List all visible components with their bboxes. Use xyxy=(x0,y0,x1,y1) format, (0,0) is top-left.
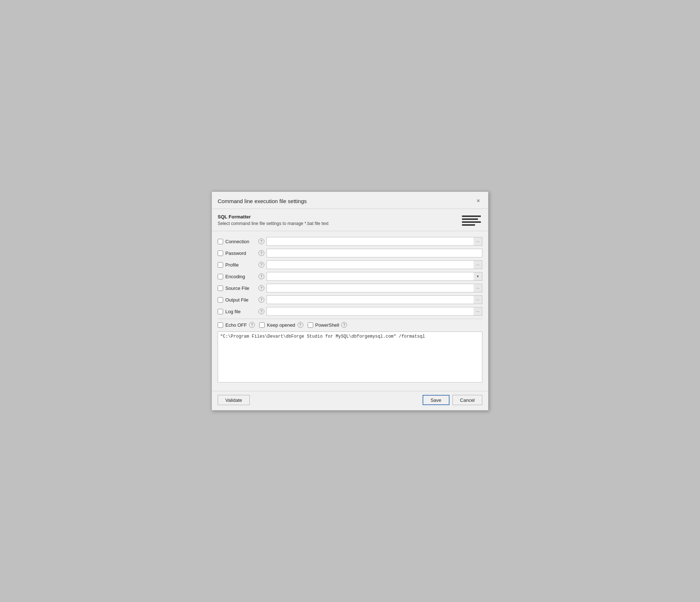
connection-browse-button[interactable]: ··· xyxy=(474,237,482,246)
log-file-input[interactable] xyxy=(267,307,482,316)
output-file-row: Output File ? ··· xyxy=(218,295,482,304)
encoding-row: Encoding ? ▼ xyxy=(218,272,482,281)
hamburger-line-3 xyxy=(462,221,481,223)
log-file-label: Log file xyxy=(225,309,256,314)
log-file-input-wrap: ··· xyxy=(267,307,482,316)
log-file-help-icon[interactable]: ? xyxy=(258,308,264,314)
output-file-label: Output File xyxy=(225,297,256,303)
keep-opened-label: Keep opened xyxy=(267,322,295,328)
output-file-checkbox[interactable] xyxy=(218,297,223,303)
keep-opened-help-icon[interactable]: ? xyxy=(298,322,303,328)
connection-input[interactable] xyxy=(267,237,482,246)
password-input-wrap xyxy=(267,249,482,257)
password-checkbox[interactable] xyxy=(218,250,223,256)
password-input[interactable] xyxy=(267,249,482,257)
output-file-input[interactable] xyxy=(267,295,482,304)
echo-off-help-icon[interactable]: ? xyxy=(249,322,255,328)
hamburger-line-1 xyxy=(462,215,481,217)
output-file-input-wrap: ··· xyxy=(267,295,482,304)
source-file-help-icon[interactable]: ? xyxy=(258,285,264,291)
log-file-checkbox[interactable] xyxy=(218,309,223,314)
dialog-title: Command line execution file settings xyxy=(218,198,307,204)
encoding-label: Encoding xyxy=(225,274,256,279)
password-label: Password xyxy=(225,250,256,256)
encoding-help-icon[interactable]: ? xyxy=(258,273,264,279)
log-file-browse-button[interactable]: ··· xyxy=(474,307,482,316)
validate-button[interactable]: Validate xyxy=(218,395,250,405)
powershell-help-icon[interactable]: ? xyxy=(341,322,347,328)
content-area: Connection ? ··· Password ? Profile ? ··… xyxy=(212,231,488,387)
save-button[interactable]: Save xyxy=(423,395,450,405)
connection-checkbox[interactable] xyxy=(218,239,223,244)
encoding-input[interactable] xyxy=(267,272,482,281)
header-left: SQL Formatter Select command line file s… xyxy=(218,214,328,226)
hamburger-menu-icon[interactable] xyxy=(460,214,482,227)
footer-right-buttons: Save Cancel xyxy=(423,395,482,405)
connection-row: Connection ? ··· xyxy=(218,237,482,246)
header-section: SQL Formatter Select command line file s… xyxy=(212,209,488,231)
powershell-label: PowerShell xyxy=(315,322,339,328)
encoding-checkbox[interactable] xyxy=(218,274,223,279)
powershell-checkbox[interactable] xyxy=(308,322,313,328)
source-file-browse-button[interactable]: ··· xyxy=(474,284,482,292)
divider xyxy=(218,319,482,319)
encoding-input-wrap: ▼ xyxy=(267,272,482,281)
echo-off-checkbox[interactable] xyxy=(218,322,223,328)
profile-input-wrap: ··· xyxy=(267,260,482,269)
encoding-dropdown-button[interactable]: ▼ xyxy=(474,272,482,281)
output-file-help-icon[interactable]: ? xyxy=(258,297,264,303)
profile-checkbox[interactable] xyxy=(218,262,223,268)
hamburger-line-4 xyxy=(462,224,475,226)
close-button[interactable]: × xyxy=(474,197,482,205)
profile-help-icon[interactable]: ? xyxy=(258,262,264,268)
profile-browse-button[interactable]: ··· xyxy=(474,260,482,269)
dialog: Command line execution file settings × S… xyxy=(211,191,489,411)
footer: Validate Save Cancel xyxy=(212,391,488,410)
profile-input[interactable] xyxy=(267,260,482,269)
options-checkbox-row: Echo OFF ? Keep opened ? PowerShell ? xyxy=(218,322,482,328)
hamburger-line-2 xyxy=(462,218,478,220)
keep-opened-checkbox[interactable] xyxy=(259,322,265,328)
connection-help-icon[interactable]: ? xyxy=(258,238,264,244)
cancel-button[interactable]: Cancel xyxy=(452,395,482,405)
echo-off-label: Echo OFF xyxy=(225,322,247,328)
source-file-row: Source File ? ··· xyxy=(218,284,482,292)
password-row: Password ? xyxy=(218,249,482,257)
source-file-input-wrap: ··· xyxy=(267,284,482,292)
source-file-label: Source File xyxy=(225,286,256,291)
password-help-icon[interactable]: ? xyxy=(258,250,264,256)
log-file-row: Log file ? ··· xyxy=(218,307,482,316)
connection-label: Connection xyxy=(225,239,256,244)
connection-input-wrap: ··· xyxy=(267,237,482,246)
header-subtitle: Select command line file settings to man… xyxy=(218,221,328,226)
profile-label: Profile xyxy=(225,262,256,268)
output-file-browse-button[interactable]: ··· xyxy=(474,295,482,304)
source-file-checkbox[interactable] xyxy=(218,286,223,291)
source-file-input[interactable] xyxy=(267,284,482,292)
profile-row: Profile ? ··· xyxy=(218,260,482,269)
title-bar: Command line execution file settings × xyxy=(212,192,488,209)
command-textarea[interactable] xyxy=(218,331,482,382)
header-title: SQL Formatter xyxy=(218,214,328,220)
